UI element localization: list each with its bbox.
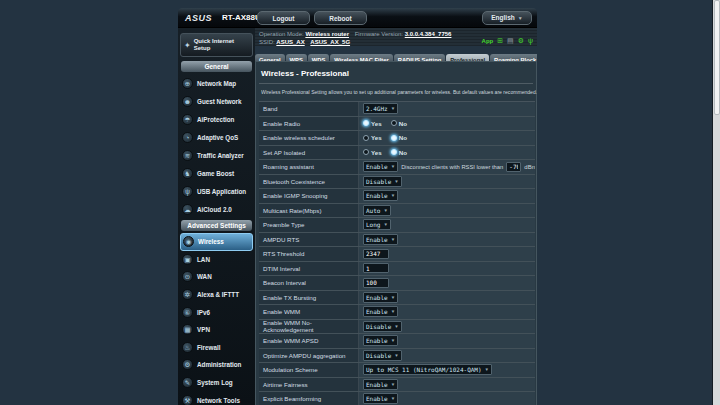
setting-control: Disable▼ [359,349,535,363]
setting-control: Long▼ [359,218,535,232]
ampdu-rts-select[interactable]: Enable▼ [363,234,398,245]
router-admin-window: ASUS RT-AX88U Logout Reboot English▼ ✦ Q… [178,8,537,405]
settings-table: Band2.4GHz▼Enable RadioYesNoEnable wirel… [259,101,535,405]
language-dropdown[interactable]: English▼ [482,11,532,25]
setting-control: Disable▼ [359,175,535,189]
app-badge[interactable]: App [482,37,494,45]
sidebar-item-aicloud-2-0[interactable]: ☁AiCloud 2.0 [180,200,253,218]
tab-wps[interactable]: WPS [286,54,307,61]
chevron-down-icon: ▼ [391,309,395,314]
radio-icon [391,135,397,141]
chevron-down-icon: ▼ [391,106,395,111]
usb-icon[interactable]: ψ [528,37,533,45]
game-controller-icon[interactable]: ⊞ [497,37,503,45]
firmware-version-link[interactable]: 3.0.0.4.384_7756 [405,31,452,37]
setting-control: 2.4GHz▼ [359,102,535,116]
sidebar-item-network-tools[interactable]: ⚒Network Tools [180,391,253,405]
settings-row: Multicast Rate(Mbps)Auto▼ [259,204,535,219]
enable-wmm-apsd-select[interactable]: Enable▼ [363,335,398,346]
wireless-tab-bar: GeneralWPSWDSWireless MAC FilterRADIUS S… [255,46,537,61]
modulation-scheme-select[interactable]: Up to MCS 11 (NitroQAM/1024-QAM)▼ [363,364,492,375]
reboot-button[interactable]: Reboot [314,11,367,25]
sidebar-item-firewall[interactable]: ♨Firewall [180,339,253,357]
sidebar-item-label: Game Boost [197,170,234,177]
enable-radio-radio-yes[interactable]: Yes [363,120,382,127]
sidebar-item-alexa-ifttt[interactable]: ✲Alexa & IFTTT [180,286,253,304]
sidebar-item-lan[interactable]: ▣LAN [180,251,253,269]
set-ap-isolated-radio-no[interactable]: No [391,149,407,156]
enable-radio-radio-no[interactable]: No [391,120,407,127]
tab-professional[interactable]: Professional [446,54,489,61]
chevron-down-icon: ▼ [391,193,395,198]
operation-mode-link[interactable]: Wireless router [305,31,349,37]
enable-wireless-scheduler-radio-no[interactable]: No [391,134,407,141]
explicit-beamforming-select[interactable]: Enable▼ [363,393,398,404]
adaptive-qos-icon: ◔ [182,132,193,143]
beacon-interval-input[interactable] [363,278,389,288]
ssid-5g-link[interactable]: ASUS_AX_5G [310,39,350,45]
guest-network-icon: ☻ [182,96,193,107]
sidebar-item-network-map[interactable]: ⊕Network Map [180,74,253,92]
sidebar-item-guest-network[interactable]: ☻Guest Network [180,92,253,110]
dtim-interval-input[interactable] [363,263,389,273]
radio-label: Yes [371,120,382,127]
sidebar-item-vpn[interactable]: ▦VPN [180,321,253,339]
status-icons: App⊞▤⚙ψ [482,37,533,45]
tab-general[interactable]: General [255,54,285,61]
select-value: Enable [366,192,388,199]
tab-wireless-mac-filter[interactable]: Wireless MAC Filter [330,54,392,61]
roaming-assistant-select[interactable]: Enable▼ [363,161,398,172]
sidebar-item-label: Administration [197,361,241,368]
sidebar-item-wan[interactable]: ⊙WAN [180,268,253,286]
enable-igmp-snooping-select[interactable]: Enable▼ [363,190,398,201]
setting-label: Beacon Interval [259,276,359,290]
sidebar-item-game-boost[interactable]: ♞Game Boost [180,164,253,182]
set-ap-isolated-radio-yes[interactable]: Yes [363,149,382,156]
sidebar-item-wireless[interactable]: ◉Wireless [180,233,253,251]
sidebar-item-system-log[interactable]: ✎System Log [180,374,253,392]
enable-tx-bursting-select[interactable]: Enable▼ [363,292,398,303]
multicast-rate-mbps-select[interactable]: Auto▼ [363,205,391,216]
sidebar-item-quick-internet-setup[interactable]: ✦ Quick Internet Setup [180,33,253,57]
enable-wmm-no-acknowledgement-select[interactable]: Disable▼ [363,321,402,332]
sidebar-item-usb-application[interactable]: ψUSB Application [180,182,253,200]
tab-radius-setting[interactable]: RADIUS Setting [394,54,445,61]
rssi-threshold-input[interactable] [506,162,521,172]
setting-label: DTIM Interval [259,262,359,276]
sidebar-general-group: ⊕Network Map☻Guest Network☂AiProtection◔… [180,74,253,218]
page-title: Wireless - Professional [259,67,533,84]
tab-roaming-block-list[interactable]: Roaming Block List [490,54,537,61]
setting-label: Preamble Type [259,218,359,232]
printer-icon[interactable]: ▤ [507,37,514,45]
sidebar-section-advanced-settings: Advanced Settings [181,220,252,231]
logout-button[interactable]: Logout [257,11,310,25]
enable-wireless-scheduler-radio-yes[interactable]: Yes [363,134,382,141]
settings-gear-icon[interactable]: ⚙ [518,37,524,45]
tab-wds[interactable]: WDS [308,54,330,61]
sidebar-item-adaptive-qos[interactable]: ◔Adaptive QoS [180,128,253,146]
enable-wmm-select[interactable]: Enable▼ [363,306,398,317]
select-value: Up to MCS 11 (NitroQAM/1024-QAM) [366,366,482,373]
wireless-icon: ◉ [183,236,194,247]
rts-threshold-input[interactable] [363,249,389,259]
scrollbar-thumb[interactable] [714,0,720,115]
ssid-24g-link[interactable]: ASUS_AX [276,39,304,45]
airtime-fairness-select[interactable]: Enable▼ [363,379,398,390]
setting-label: Airtime Fairness [259,378,359,392]
setting-label: Set AP Isolated [259,146,359,160]
settings-row: Enable wireless schedulerYesNo [259,131,535,146]
browser-scrollbar[interactable] [712,0,720,405]
preamble-type-select[interactable]: Long▼ [363,219,391,230]
optimize-ampdu-aggregation-select[interactable]: Disable▼ [363,350,402,361]
sidebar-item-ipv6[interactable]: ⑥IPv6 [180,303,253,321]
chevron-down-icon: ▼ [391,396,395,401]
sidebar-item-aiprotection[interactable]: ☂AiProtection [180,110,253,128]
setting-label: RTS Threshold [259,247,359,261]
wan-icon: ⊙ [182,271,193,282]
sidebar-item-administration[interactable]: ⚙Administration [180,356,253,374]
select-value: Enable [366,337,388,344]
bluetooth-coexistence-select[interactable]: Disable▼ [363,176,402,187]
band-select[interactable]: 2.4GHz▼ [363,103,398,114]
select-value: Enable [366,381,388,388]
sidebar-item-traffic-analyzer[interactable]: ≋Traffic Analyzer [180,146,253,164]
